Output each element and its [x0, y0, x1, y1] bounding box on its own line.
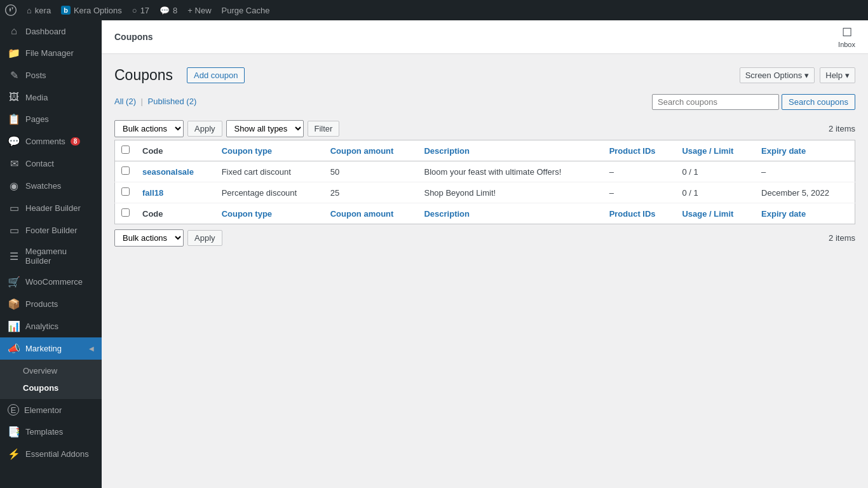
header-builder-icon: ▭	[8, 202, 20, 214]
inbox-button[interactable]: ☐ Inbox	[838, 25, 855, 48]
search-row: Search coupons	[652, 94, 855, 110]
item-count-top: 2 items	[829, 124, 855, 133]
b-icon: b	[61, 6, 71, 15]
site-name[interactable]: ⌂ kera	[27, 6, 51, 15]
screen-options-button[interactable]: Screen Options ▾	[740, 67, 815, 83]
col-footer-expiry-date: Expiry date	[755, 203, 855, 224]
pages-icon: 📋	[8, 113, 20, 125]
main-content: Coupons ☐ Inbox Coupons Add coupon Scree…	[102, 20, 868, 488]
coupons-table: Code Coupon type Coupon amount Descripti…	[114, 140, 855, 224]
row-usage-limit-cell: 0 / 1	[675, 161, 755, 182]
purge-cache[interactable]: Purge Cache	[222, 6, 270, 15]
sidebar-item-label: Swatches	[25, 181, 61, 191]
row-usage-limit-cell: 0 / 1	[675, 182, 755, 203]
sidebar-item-woocommerce[interactable]: 🛒 WooCommerce	[0, 271, 102, 293]
dashboard-icon: ⌂	[8, 25, 20, 37]
comments-bar[interactable]: 💬 8	[159, 6, 177, 15]
sidebar-item-label: Products	[25, 299, 58, 309]
top-right-buttons: Screen Options ▾ Help ▾	[740, 67, 855, 83]
footer-builder-icon: ▭	[8, 224, 20, 236]
sidebar-item-comments[interactable]: 💬 Comments 8	[0, 130, 102, 152]
row-checkbox-seasonalsale[interactable]	[121, 166, 130, 175]
col-header-product-ids[interactable]: Product IDs	[603, 140, 676, 161]
page-header-title: Coupons	[114, 32, 153, 42]
sidebar-item-header-builder[interactable]: ▭ Header Builder	[0, 197, 102, 219]
filter-published-link[interactable]: Published (2)	[148, 97, 197, 106]
sidebar-item-label: Pages	[25, 114, 49, 124]
sidebar-item-footer-builder[interactable]: ▭ Footer Builder	[0, 219, 102, 241]
bottom-toolbar-left: Bulk actions Apply	[114, 229, 222, 247]
sidebar-item-products[interactable]: 📦 Products	[0, 293, 102, 315]
apply-button-bottom[interactable]: Apply	[187, 230, 222, 246]
swatches-icon: ◉	[8, 180, 20, 192]
updates-icon: ○	[132, 6, 137, 15]
sidebar-item-essential-addons[interactable]: ⚡ Essential Addons	[0, 443, 102, 465]
col-header-description: Description	[417, 140, 602, 161]
sidebar-item-label: Megamenu Builder	[25, 247, 94, 266]
posts-icon: ✎	[8, 69, 20, 81]
filter-type-select[interactable]: Show all types	[226, 120, 304, 137]
bulk-actions-select-top[interactable]: Bulk actions	[114, 120, 184, 137]
row-coupon-type-cell: Percentage discount	[215, 182, 324, 203]
wp-logo[interactable]	[5, 4, 17, 16]
sidebar-sub-item-coupons[interactable]: Coupons	[0, 379, 102, 396]
new-item[interactable]: + New	[187, 6, 211, 15]
row-code-cell: fall18	[136, 182, 215, 203]
top-toolbar: Bulk actions Apply Show all types Filter…	[114, 120, 855, 137]
bulk-actions-select-bottom[interactable]: Bulk actions	[114, 229, 184, 247]
col-footer-description: Description	[417, 203, 602, 224]
sidebar-item-swatches[interactable]: ◉ Swatches	[0, 175, 102, 197]
folder-icon: 📁	[8, 47, 20, 59]
filter-links: All (2) | Published (2)	[114, 97, 196, 106]
filter-search-row: All (2) | Published (2) Search coupons	[114, 94, 855, 115]
admin-bar: ⌂ kera b Kera Options ○ 17 💬 8 + New Pur…	[0, 0, 868, 20]
sidebar-item-templates[interactable]: 📑 Templates	[0, 421, 102, 443]
col-footer-code: Code	[136, 203, 215, 224]
table-bottom-header-row: Code Coupon type Coupon amount Descripti…	[115, 203, 855, 224]
sidebar-item-dashboard[interactable]: ⌂ Dashboard	[0, 20, 102, 42]
title-row: Coupons Add coupon Screen Options ▾ Help…	[114, 67, 855, 84]
coupon-code-link-fall18[interactable]: fall18	[142, 188, 163, 198]
sidebar-item-media[interactable]: 🖼 Media	[0, 86, 102, 108]
products-icon: 📦	[8, 298, 20, 310]
row-coupon-type-cell: Fixed cart discount	[215, 161, 324, 182]
select-all-checkbox[interactable]	[121, 146, 130, 154]
plugin-name[interactable]: b Kera Options	[61, 6, 122, 15]
filter-all-link[interactable]: All (2)	[114, 97, 139, 106]
sidebar-item-label: Posts	[25, 71, 46, 80]
inbox-icon: ☐	[842, 25, 852, 39]
search-coupons-input[interactable]	[652, 94, 779, 110]
sidebar-item-label: Footer Builder	[25, 226, 78, 235]
sidebar-item-elementor[interactable]: E Elementor	[0, 399, 102, 421]
row-product-ids-cell: –	[603, 161, 676, 182]
sidebar-item-analytics[interactable]: 📊 Analytics	[0, 315, 102, 337]
filter-button[interactable]: Filter	[308, 121, 340, 137]
marketing-arrow: ◀	[89, 345, 94, 352]
row-checkbox-cell	[115, 182, 137, 203]
sidebar-item-megamenu[interactable]: ☰ Megamenu Builder	[0, 241, 102, 271]
add-coupon-button[interactable]: Add coupon	[187, 67, 245, 83]
sidebar-item-marketing[interactable]: 📣 Marketing ◀	[0, 337, 102, 360]
sidebar-item-label: Essential Addons	[25, 449, 89, 459]
search-coupons-button[interactable]: Search coupons	[782, 94, 855, 110]
sidebar-item-file-manager[interactable]: 📁 File Manager	[0, 42, 102, 64]
select-all-header	[115, 140, 137, 161]
coupon-code-link-seasonalsale[interactable]: seasonalsale	[142, 167, 194, 177]
filter-separator: |	[141, 97, 146, 106]
row-checkbox-fall18[interactable]	[121, 187, 130, 196]
chevron-down-icon: ▾	[804, 71, 809, 80]
select-all-checkbox-bottom[interactable]	[121, 208, 130, 217]
apply-button-top[interactable]: Apply	[187, 121, 222, 137]
page-header: Coupons ☐ Inbox	[102, 20, 868, 54]
comment-icon: 💬	[159, 6, 170, 15]
updates[interactable]: ○ 17	[132, 6, 149, 15]
sidebar-item-label: Dashboard	[25, 27, 66, 36]
help-button[interactable]: Help ▾	[820, 67, 855, 83]
sidebar-item-pages[interactable]: 📋 Pages	[0, 108, 102, 130]
sidebar-item-posts[interactable]: ✎ Posts	[0, 64, 102, 86]
sidebar: ⌂ Dashboard 📁 File Manager ✎ Posts 🖼 Med…	[0, 20, 102, 488]
col-header-coupon-type[interactable]: Coupon type	[215, 140, 324, 161]
sidebar-item-contact[interactable]: ✉ Contact	[0, 152, 102, 175]
sidebar-sub-item-overview[interactable]: Overview	[0, 362, 102, 379]
col-header-coupon-amount[interactable]: Coupon amount	[324, 140, 418, 161]
